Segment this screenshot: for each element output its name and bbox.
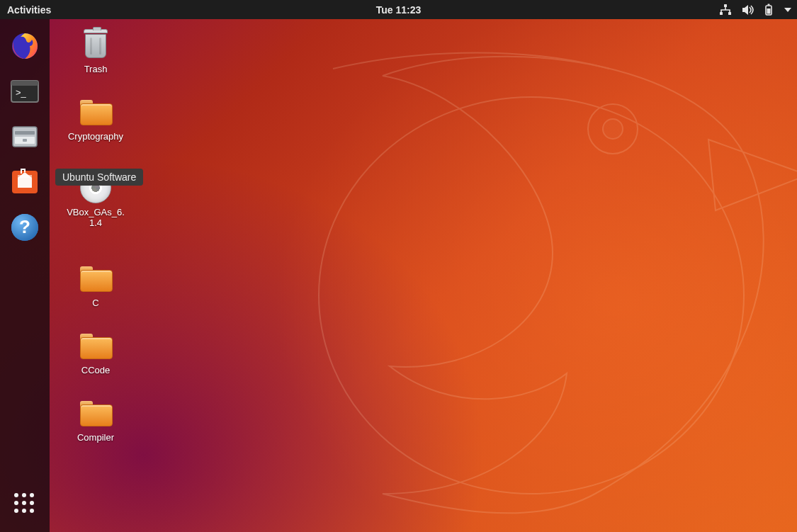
dock: >_ ?: [0, 19, 50, 532]
top-bar: Activities Tue 11:23: [0, 0, 797, 19]
wallpaper-bird-art: [198, 40, 797, 532]
folder-icon: [79, 329, 113, 363]
desktop-icon-label: VBox_GAs_6.1.4: [65, 208, 126, 229]
svg-text:>_: >_: [16, 87, 27, 98]
terminal-icon: >_: [9, 76, 40, 107]
menu-caret-icon: [783, 8, 791, 12]
dock-firefox[interactable]: [6, 28, 43, 64]
folder-icon: [79, 396, 113, 430]
folder-cryptography[interactable]: Cryptography: [64, 95, 128, 142]
svg-rect-4: [768, 4, 770, 5]
dock-terminal[interactable]: >_: [6, 73, 43, 110]
svg-point-6: [588, 104, 638, 154]
help-icon: ?: [9, 212, 40, 243]
svg-rect-16: [23, 139, 27, 142]
desktop-icon-label: C: [92, 298, 98, 309]
dock-files[interactable]: [6, 118, 43, 155]
svg-rect-0: [724, 4, 727, 7]
folder-icon: [79, 261, 113, 295]
svg-point-7: [603, 119, 623, 139]
svg-point-8: [319, 97, 744, 494]
folder-ccode[interactable]: CCode: [64, 329, 128, 376]
activities-button[interactable]: Activities: [7, 4, 51, 16]
svg-rect-5: [767, 9, 771, 14]
svg-rect-11: [11, 81, 38, 86]
firefox-icon: [9, 30, 40, 62]
svg-rect-1: [720, 12, 723, 15]
apps-grid-icon: [14, 493, 35, 514]
folder-icon: [79, 95, 113, 129]
desktop-icons-area: Trash Cryptography VBox_GAs_6.1.4 C CCod…: [64, 28, 128, 443]
software-icon: [9, 166, 40, 198]
desktop-icon-label: Cryptography: [68, 132, 123, 142]
clock[interactable]: Tue 11:23: [376, 4, 422, 16]
desktop-trash[interactable]: Trash: [64, 28, 128, 75]
folder-compiler[interactable]: Compiler: [64, 396, 128, 443]
desktop-icon-label: Trash: [84, 64, 108, 75]
desktop-icon-label: Compiler: [77, 433, 114, 443]
trash-icon: [79, 28, 113, 62]
folder-c[interactable]: C: [64, 261, 128, 309]
svg-rect-18: [18, 175, 32, 178]
desktop-icon-label: CCode: [81, 366, 110, 376]
files-icon: [9, 121, 40, 152]
battery-icon: [764, 4, 773, 16]
system-status-area[interactable]: [719, 4, 791, 16]
volume-icon: [742, 4, 754, 16]
dock-tooltip: Ubuntu Software: [55, 169, 143, 186]
dock-help[interactable]: ?: [6, 209, 43, 246]
show-applications-button[interactable]: [6, 485, 43, 522]
dock-ubuntu-software[interactable]: [6, 164, 43, 200]
svg-rect-14: [15, 131, 35, 135]
svg-rect-2: [728, 12, 731, 15]
network-icon: [719, 4, 732, 16]
svg-text:?: ?: [19, 216, 30, 237]
desktop-wallpaper: Trash Cryptography VBox_GAs_6.1.4 C CCod…: [0, 19, 797, 532]
